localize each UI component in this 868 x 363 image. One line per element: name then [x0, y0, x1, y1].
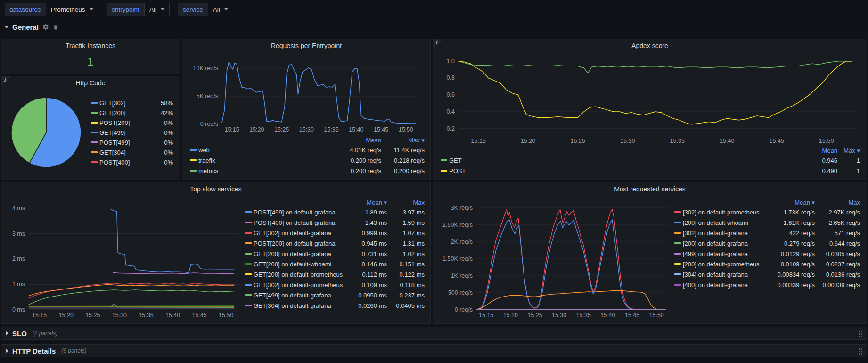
series-mean-value: 0.00339 req/s — [770, 281, 815, 289]
series-toggle[interactable]: GET[304] — [99, 149, 152, 156]
svg-text:15:35: 15:35 — [576, 312, 591, 319]
series-toggle[interactable]: GET — [449, 157, 794, 164]
series-toggle[interactable]: GET[200] on default-whoami — [254, 261, 349, 268]
series-toggle[interactable]: GET[200] on default-prometheus — [254, 271, 349, 278]
series-toggle[interactable]: web — [198, 147, 338, 154]
panel-menu-requests[interactable]: Requests per Entrypoint — [182, 39, 430, 52]
legend-sort-mean[interactable]: Mean — [338, 137, 381, 144]
series-toggle[interactable]: GET[304] on default-grafana — [254, 302, 349, 309]
series-toggle[interactable]: [302] on default-grafana — [683, 230, 770, 237]
legend-sort-max[interactable]: Max ▾ — [381, 137, 425, 144]
row-header-slo[interactable]: SLO (2 panels) — [1, 327, 867, 340]
svg-text:15:15: 15:15 — [479, 312, 493, 319]
legend-sort-mean[interactable]: Mean ▾ — [770, 199, 815, 206]
legend-row: POST[499] 0% — [91, 138, 173, 148]
apdex-chart[interactable]: 0.20.40.60.81.015:1515:2015:2515:3015:35… — [438, 52, 862, 145]
series-toggle[interactable]: GET[200] on default-grafana — [254, 250, 349, 257]
svg-text:15:20: 15:20 — [59, 312, 74, 319]
svg-text:15:35: 15:35 — [139, 312, 153, 319]
panel-http-code: i Http Code GET[302] 58% GET[200] 42% PO… — [1, 76, 180, 180]
legend-sort-max[interactable]: Max ▾ — [837, 147, 860, 154]
series-toggle[interactable]: [200] on default-whoami — [683, 219, 770, 226]
legend-row: [400] on default-grafana 0.00339 req/s 0… — [674, 280, 860, 290]
svg-text:3 ms: 3 ms — [12, 231, 25, 237]
series-color-swatch — [245, 211, 252, 213]
svg-text:500 req/s: 500 req/s — [448, 289, 473, 296]
series-toggle[interactable]: POST[400] — [99, 159, 152, 166]
series-toggle[interactable]: POST[499] on default-grafana — [254, 209, 349, 216]
panel-menu-most-requested[interactable]: Most requested services — [433, 182, 867, 196]
panel-menu-traefik-instances[interactable]: Traefik Instances — [1, 39, 180, 52]
series-toggle[interactable]: [499] on default-grafana — [683, 250, 770, 257]
row-drag-handle[interactable] — [858, 330, 863, 338]
series-toggle[interactable]: traefik — [198, 157, 338, 164]
series-toggle[interactable]: POST — [449, 167, 794, 174]
series-toggle[interactable]: [200] on default-grafana — [683, 240, 770, 247]
series-toggle[interactable]: GET[200] — [99, 109, 152, 116]
series-max-value: 0.0237 req/s — [815, 261, 860, 268]
series-color-swatch — [441, 170, 447, 172]
svg-text:15:50: 15:50 — [219, 312, 233, 319]
legend-row: POST[200] 0% — [91, 118, 173, 128]
panel-menu-top-slow[interactable]: Top slow services — [1, 182, 430, 196]
gear-icon[interactable] — [42, 24, 49, 30]
legend-row: POST[200] on default-grafana 0.945 ms 1.… — [245, 238, 425, 248]
series-toggle[interactable]: [302] on default-prometheus — [683, 209, 770, 216]
series-toggle[interactable]: GET[302] on default-prometheus — [254, 281, 349, 289]
series-mean-value: 0.279 req/s — [770, 240, 815, 247]
series-color-swatch — [441, 159, 447, 161]
variable-picker-service[interactable]: All — [208, 3, 233, 16]
requests-chart[interactable]: 0 req/s5K req/s10K req/s15:1515:2015:251… — [186, 52, 426, 133]
svg-text:0 req/s: 0 req/s — [455, 306, 473, 313]
series-color-swatch — [245, 294, 252, 296]
series-toggle[interactable]: GET[499] on default-grafana — [254, 292, 349, 299]
svg-text:15:25: 15:25 — [527, 312, 542, 319]
panel-title: Traefik Instances — [66, 42, 115, 50]
row-header-general[interactable]: General — [5, 21, 59, 33]
legend-row: GET[304] on default-grafana 0.0260 ms 0.… — [245, 300, 425, 311]
series-toggle[interactable]: POST[200] on default-grafana — [254, 240, 349, 247]
series-toggle[interactable]: GET[302] — [99, 99, 152, 107]
dashboard-submenu: datasource Prometheus entrypoint All ser… — [0, 0, 868, 19]
series-toggle[interactable]: [304] on default-grafana — [683, 271, 770, 278]
series-toggle[interactable]: POST[400] on default-grafana — [254, 219, 349, 226]
series-color-swatch — [674, 222, 681, 223]
svg-text:0.6: 0.6 — [447, 91, 455, 98]
series-toggle[interactable]: POST[200] — [99, 119, 152, 126]
series-toggle[interactable]: metrics — [198, 167, 338, 174]
legend-sort-mean[interactable]: Mean ▾ — [349, 199, 387, 206]
series-toggle[interactable]: GET[302] on default-grafana — [254, 230, 349, 237]
series-mean-value: 1.43 ms — [349, 219, 387, 226]
top-slow-chart[interactable]: 0 ms1 ms2 ms3 ms4 ms15:1515:2015:2515:30… — [5, 196, 245, 319]
legend-row: traefik 0.200 req/s 0.218 req/s — [190, 155, 425, 165]
legend-row: GET[200] 42% — [91, 108, 173, 118]
variable-value: All — [213, 6, 220, 13]
most-requested-chart[interactable]: 0 req/s500 req/s1K req/s1.50K req/s2K re… — [437, 196, 674, 319]
series-toggle[interactable]: POST[499] — [99, 139, 152, 146]
panel-menu-http-code[interactable]: Http Code — [1, 76, 180, 90]
legend-sort-max[interactable]: Max — [815, 199, 860, 206]
series-color-swatch — [245, 232, 252, 234]
svg-text:15:50: 15:50 — [399, 126, 413, 133]
series-color-swatch — [245, 222, 252, 223]
series-toggle[interactable]: GET[499] — [99, 129, 152, 136]
row-header-http-details[interactable]: HTTP Details (6 panels) — [1, 344, 867, 357]
panel-info-icon[interactable]: i — [1, 76, 12, 87]
legend-sort-mean[interactable]: Mean — [794, 147, 837, 154]
legend-sort-max[interactable]: Max — [387, 199, 425, 206]
series-max-value: 0.0405 ms — [387, 302, 425, 309]
trash-icon[interactable] — [53, 24, 59, 30]
series-mean-value: 1.61K req/s — [770, 219, 815, 226]
variable-picker-datasource[interactable]: Prometheus — [46, 3, 98, 16]
series-color-swatch — [91, 141, 98, 143]
panel-info-icon[interactable]: i — [433, 39, 443, 50]
series-toggle[interactable]: [400] on default-grafana — [683, 281, 770, 289]
svg-text:3K req/s: 3K req/s — [450, 205, 473, 211]
panel-menu-apdex[interactable]: Apdex score — [433, 39, 867, 52]
variable-picker-entrypoint[interactable]: All — [144, 3, 170, 16]
legend-row: [302] on default-prometheus 1.73K req/s … — [674, 207, 860, 217]
series-max-value: 2.65K req/s — [815, 219, 860, 226]
panel-title: Http Code — [75, 79, 105, 87]
series-toggle[interactable]: [200] on default-prometheus — [683, 261, 770, 268]
row-drag-handle[interactable] — [858, 348, 863, 355]
